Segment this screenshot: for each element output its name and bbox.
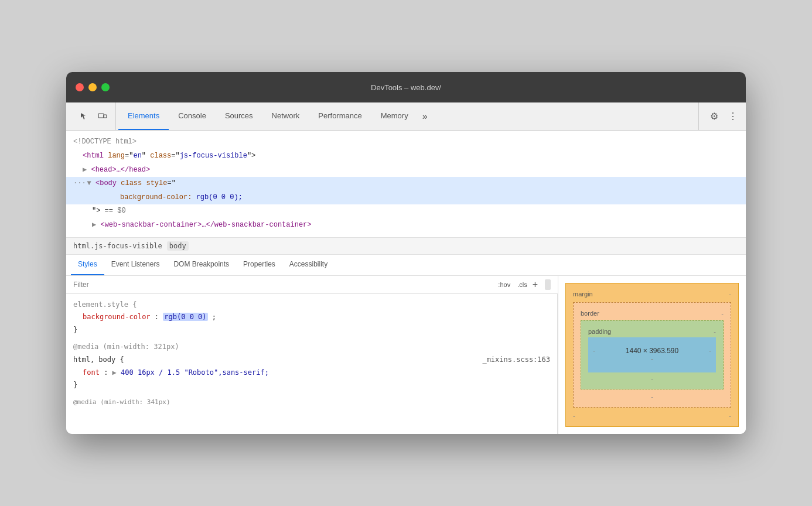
margin-bottom-row: - - [573, 412, 731, 419]
tab-performance[interactable]: Performance [309, 102, 371, 130]
window-title: DevTools – web.dev/ [371, 83, 441, 92]
box-padding: padding - - 1440 × 3963.590 - - [581, 320, 724, 389]
minimize-button[interactable] [88, 83, 97, 91]
margin-dash-bl: - [573, 412, 575, 419]
maximize-button[interactable] [101, 83, 110, 91]
css-font-prop: font : ▶ 400 16px / 1.5 "Roboto",sans-se… [73, 367, 550, 380]
margin-top-row: margin - [573, 290, 731, 298]
tab-console[interactable]: Console [169, 102, 216, 130]
html-line-doctype: <!DOCTYPE html> [66, 135, 746, 149]
tabbar-right-actions: ⚙ ⋮ [698, 102, 741, 130]
breadcrumb: html.js-focus-visible body [66, 238, 746, 255]
tab-elements[interactable]: Elements [118, 102, 169, 130]
box-model-panel: margin - border - padding [558, 276, 746, 434]
styles-tab-accessibility[interactable]: Accessibility [282, 255, 335, 275]
padding-top-row: padding - [588, 328, 716, 335]
content-bottom-dash: - [593, 355, 711, 363]
more-options-button[interactable]: ⋮ [725, 108, 741, 125]
devtools-body: <!DOCTYPE html> <html lang =" en " class… [66, 131, 746, 433]
styles-tabs: Styles Event Listeners DOM Breakpoints P… [66, 255, 746, 276]
hov-button[interactable]: :hov [496, 281, 512, 289]
main-split: :hov .cls + element.style { backgroun [66, 276, 746, 434]
device-toggle-icon[interactable] [94, 108, 111, 125]
html-line-snackbar: ▶ <web-snackbar-container>…</web-snackba… [66, 218, 746, 233]
devtools-window: DevTools – web.dev/ Elements Console So [66, 72, 746, 433]
add-style-button[interactable]: + [533, 279, 538, 290]
border-top-row: border - [581, 310, 724, 317]
tab-network[interactable]: Network [262, 102, 309, 130]
css-selector-line: html, body { _mixins.scss:163 [73, 354, 550, 367]
inspect-icon[interactable] [76, 108, 92, 125]
svg-rect-1 [104, 115, 107, 118]
styles-tab-event-listeners[interactable]: Event Listeners [104, 255, 167, 275]
html-line-body[interactable]: ··· ▼ <body class style =" [66, 177, 746, 191]
titlebar: DevTools – web.dev/ [66, 72, 746, 102]
tabbar: Elements Console Sources Network Perform… [66, 102, 746, 131]
traffic-lights [76, 83, 110, 91]
html-panel[interactable]: <!DOCTYPE html> <html lang =" en " class… [66, 131, 746, 237]
truncated-indicator: @media (min-width: 341px) [73, 396, 550, 408]
margin-dash-br: - [729, 412, 731, 419]
breadcrumb-item-html[interactable]: html.js-focus-visible [73, 242, 162, 250]
left-panel: :hov .cls + element.style { backgroun [66, 276, 558, 434]
box-content: - 1440 × 3963.590 - - [588, 337, 716, 372]
more-tabs-button[interactable]: » [418, 102, 432, 130]
content-dash-right: - [709, 347, 711, 355]
filter-row: :hov .cls + [66, 276, 558, 294]
source-link[interactable]: _mixins.scss:163 [482, 354, 550, 367]
css-prop-line: background-color : rgb(0 0 0) ; [73, 311, 550, 324]
content-dimensions: 1440 × 3963.590 [626, 347, 678, 355]
html-line-style-value: background-color: rgb(0 0 0); [66, 191, 746, 205]
border-label: border [581, 310, 599, 317]
html-line-eq: "> == $0 [66, 204, 746, 218]
css-block-element-style: element.style { background-color : rgb(0… [73, 299, 550, 337]
styles-tab-properties[interactable]: Properties [236, 255, 282, 275]
content-dash-left: - [593, 347, 595, 355]
css-media-query: @media (min-width: 321px) [73, 341, 550, 354]
css-close: } [73, 324, 550, 337]
css-block-media: @media (min-width: 321px) html, body { _… [73, 341, 550, 391]
margin-dash-tr: - [729, 290, 731, 298]
margin-label: margin [573, 290, 593, 298]
tab-memory[interactable]: Memory [371, 102, 418, 130]
breadcrumb-item-body[interactable]: body [167, 241, 189, 251]
html-line-html: <html lang =" en " class =" js-focus-vis… [66, 149, 746, 163]
filter-input[interactable] [73, 281, 492, 289]
close-button[interactable] [76, 83, 84, 91]
padding-bottom-dash: - [588, 375, 716, 382]
styles-panel: element.style { background-color : rgb(0… [66, 294, 558, 434]
cls-button[interactable]: .cls [516, 281, 529, 289]
filter-buttons: :hov .cls + [496, 279, 538, 290]
svg-rect-0 [98, 114, 104, 118]
tabbar-icon-group [71, 102, 116, 130]
html-line-head: ▶ <head>…</head> [66, 163, 746, 177]
styles-tab-dom-breakpoints[interactable]: DOM Breakpoints [166, 255, 236, 275]
scrollbar-indicator [545, 279, 551, 290]
css-selector: element.style { [73, 299, 550, 312]
content-row: - 1440 × 3963.590 - [593, 347, 711, 355]
settings-button[interactable]: ⚙ [706, 108, 722, 125]
css-close2: } [73, 379, 550, 392]
box-border: border - padding - [573, 302, 731, 408]
border-bottom-dash: - [581, 393, 724, 400]
tab-sources[interactable]: Sources [216, 102, 262, 130]
border-dash-tr: - [721, 310, 724, 317]
padding-label: padding [588, 328, 611, 335]
styles-tab-styles[interactable]: Styles [71, 255, 104, 275]
padding-dash-tr: - [714, 328, 716, 335]
box-margin: margin - border - padding [565, 283, 739, 427]
